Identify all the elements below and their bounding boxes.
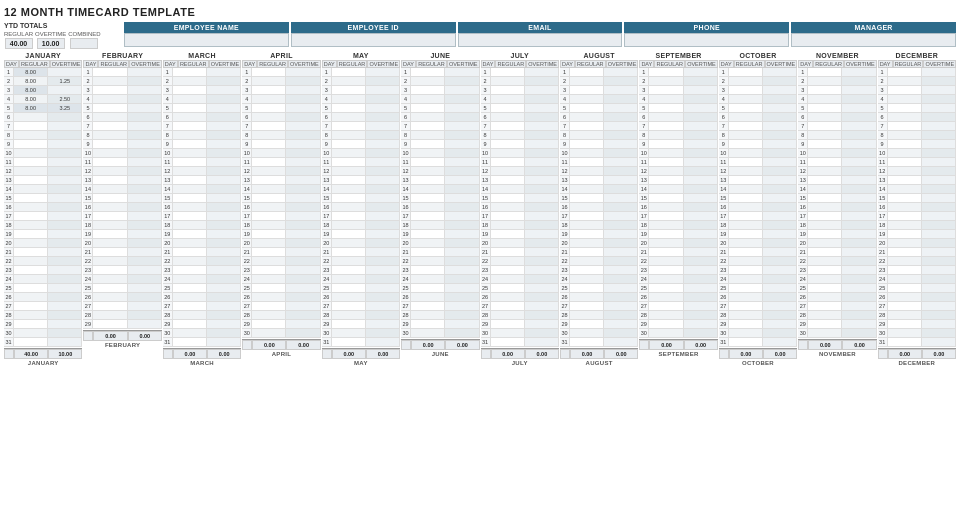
ot-cell-5-21[interactable] [445,248,479,256]
ot-cell-6-14[interactable] [525,185,559,193]
reg-cell-4-21[interactable] [332,248,366,256]
ot-cell-0-27[interactable] [48,302,82,310]
ot-cell-4-6[interactable] [366,113,400,121]
ot-cell-11-17[interactable] [922,212,956,220]
ot-cell-0-11[interactable] [48,158,82,166]
reg-cell-2-15[interactable] [173,194,207,202]
ot-cell-11-20[interactable] [922,239,956,247]
ot-cell-5-15[interactable] [445,194,479,202]
reg-cell-6-21[interactable] [491,248,525,256]
reg-cell-9-7[interactable] [729,122,763,130]
reg-cell-5-9[interactable] [411,140,445,148]
ot-cell-1-9[interactable] [128,140,162,148]
reg-cell-6-19[interactable] [491,230,525,238]
reg-cell-10-28[interactable] [808,311,842,319]
ot-cell-2-28[interactable] [207,311,241,319]
reg-cell-8-19[interactable] [649,230,683,238]
reg-cell-0-21[interactable] [14,248,48,256]
reg-cell-0-4[interactable]: 8.00 [14,95,48,103]
reg-cell-6-26[interactable] [491,293,525,301]
reg-cell-7-2[interactable] [570,77,604,85]
ot-cell-4-17[interactable] [366,212,400,220]
ot-cell-2-12[interactable] [207,167,241,175]
reg-cell-2-14[interactable] [173,185,207,193]
ot-cell-6-2[interactable] [525,77,559,85]
reg-cell-10-7[interactable] [808,122,842,130]
reg-cell-2-31[interactable] [173,338,207,346]
ot-cell-3-19[interactable] [286,230,320,238]
reg-cell-0-1[interactable]: 8.00 [14,68,48,76]
reg-cell-1-21[interactable] [93,248,127,256]
reg-cell-10-8[interactable] [808,131,842,139]
ot-cell-10-4[interactable] [842,95,876,103]
ot-cell-6-22[interactable] [525,257,559,265]
ot-cell-0-13[interactable] [48,176,82,184]
ot-cell-1-21[interactable] [128,248,162,256]
ot-cell-5-6[interactable] [445,113,479,121]
ot-cell-10-15[interactable] [842,194,876,202]
ot-cell-9-17[interactable] [763,212,797,220]
reg-cell-6-24[interactable] [491,275,525,283]
reg-cell-3-8[interactable] [252,131,286,139]
reg-cell-3-26[interactable] [252,293,286,301]
ot-cell-4-12[interactable] [366,167,400,175]
ot-cell-7-4[interactable] [604,95,638,103]
ot-cell-1-7[interactable] [128,122,162,130]
ot-cell-11-13[interactable] [922,176,956,184]
reg-cell-2-13[interactable] [173,176,207,184]
ot-cell-5-8[interactable] [445,131,479,139]
reg-cell-7-29[interactable] [570,320,604,328]
ot-cell-7-16[interactable] [604,203,638,211]
ot-cell-4-29[interactable] [366,320,400,328]
ot-cell-5-26[interactable] [445,293,479,301]
ot-cell-3-8[interactable] [286,131,320,139]
ot-cell-7-31[interactable] [604,338,638,346]
reg-cell-6-22[interactable] [491,257,525,265]
ot-cell-6-24[interactable] [525,275,559,283]
ot-cell-2-18[interactable] [207,221,241,229]
reg-cell-11-26[interactable] [888,293,922,301]
ot-cell-3-28[interactable] [286,311,320,319]
ot-cell-4-22[interactable] [366,257,400,265]
ot-cell-4-14[interactable] [366,185,400,193]
ot-cell-1-4[interactable] [128,95,162,103]
reg-cell-0-31[interactable] [14,338,48,346]
reg-cell-9-19[interactable] [729,230,763,238]
reg-cell-4-15[interactable] [332,194,366,202]
ot-cell-3-1[interactable] [286,68,320,76]
ot-cell-11-23[interactable] [922,266,956,274]
ot-cell-0-3[interactable] [48,86,82,94]
ot-cell-5-30[interactable] [445,329,479,337]
reg-cell-3-9[interactable] [252,140,286,148]
reg-cell-7-16[interactable] [570,203,604,211]
ot-cell-1-24[interactable] [128,275,162,283]
reg-cell-4-7[interactable] [332,122,366,130]
ot-cell-8-7[interactable] [684,122,718,130]
ot-cell-10-5[interactable] [842,104,876,112]
ot-cell-4-30[interactable] [366,329,400,337]
reg-cell-8-23[interactable] [649,266,683,274]
reg-cell-4-22[interactable] [332,257,366,265]
ot-cell-10-24[interactable] [842,275,876,283]
reg-cell-1-5[interactable] [93,104,127,112]
reg-cell-10-10[interactable] [808,149,842,157]
reg-cell-5-7[interactable] [411,122,445,130]
ot-cell-8-6[interactable] [684,113,718,121]
ot-cell-9-4[interactable] [763,95,797,103]
ot-cell-6-16[interactable] [525,203,559,211]
reg-cell-11-8[interactable] [888,131,922,139]
reg-cell-7-12[interactable] [570,167,604,175]
ot-cell-0-9[interactable] [48,140,82,148]
reg-cell-11-13[interactable] [888,176,922,184]
reg-cell-10-4[interactable] [808,95,842,103]
reg-cell-2-10[interactable] [173,149,207,157]
reg-cell-9-8[interactable] [729,131,763,139]
reg-cell-2-7[interactable] [173,122,207,130]
reg-cell-8-16[interactable] [649,203,683,211]
reg-cell-6-30[interactable] [491,329,525,337]
reg-cell-1-25[interactable] [93,284,127,292]
reg-cell-0-9[interactable] [14,140,48,148]
reg-cell-0-12[interactable] [14,167,48,175]
reg-cell-5-22[interactable] [411,257,445,265]
ot-cell-9-20[interactable] [763,239,797,247]
